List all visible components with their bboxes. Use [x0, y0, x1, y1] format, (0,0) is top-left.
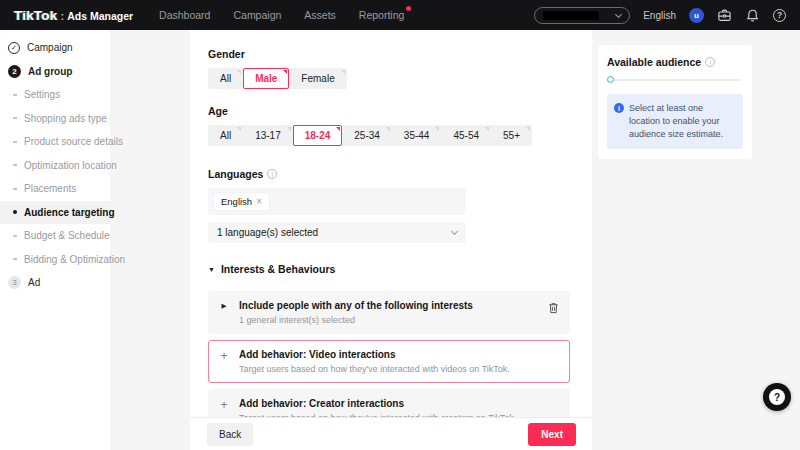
- bullet-icon: [13, 188, 17, 190]
- sidebar-item-budget-schedule[interactable]: Budget & Schedule: [0, 224, 110, 248]
- expand-card-control[interactable]: ▶: [209, 300, 239, 310]
- plus-icon: +: [209, 398, 239, 410]
- add-behavior-creator-card[interactable]: + Add behavior: Creator interactions Tar…: [208, 389, 570, 417]
- help-fab-button[interactable]: ?: [763, 383, 791, 411]
- info-icon[interactable]: i: [705, 57, 715, 67]
- languages-selected-dropdown[interactable]: 1 language(s) selected: [208, 222, 466, 243]
- sidebar-item-shopping-ads-type[interactable]: Shopping ads type: [0, 107, 110, 131]
- available-audience-card: Available audience i i Select at least o…: [598, 45, 752, 159]
- gauge-track: [610, 79, 741, 81]
- age-option-25-34[interactable]: 25-34: [342, 125, 392, 146]
- next-button[interactable]: Next: [528, 423, 576, 446]
- wizard-footer: Back Next: [190, 417, 592, 450]
- help-icon[interactable]: ?: [773, 9, 786, 22]
- panel-scroll-area[interactable]: Gender All Male Female Age All 13-17 18-…: [190, 30, 592, 417]
- gender-option-female[interactable]: Female: [289, 68, 346, 89]
- redacted-account-name: [543, 11, 599, 20]
- bullet-icon: [13, 141, 17, 143]
- bullet-icon: [13, 117, 17, 119]
- nav-campaign[interactable]: Campaign: [233, 9, 281, 21]
- age-label: Age: [208, 105, 570, 117]
- bullet-icon: [13, 164, 17, 166]
- audience-size-gauge: [607, 76, 743, 84]
- age-option-35-44[interactable]: 35-44: [392, 125, 442, 146]
- caret-down-icon: ▼: [208, 266, 215, 273]
- message-center-icon[interactable]: [717, 8, 732, 23]
- sidebar-item-ad[interactable]: 3 Ad: [0, 271, 110, 295]
- chevron-down-icon: [615, 10, 622, 17]
- audience-targeting-panel: Gender All Male Female Age All 13-17 18-…: [190, 30, 592, 450]
- age-option-18-24[interactable]: 18-24: [293, 125, 343, 146]
- step-number-badge: 2: [8, 65, 21, 78]
- info-message: Select at least one location to enable y…: [629, 102, 735, 141]
- remove-language-icon[interactable]: ×: [256, 196, 262, 207]
- age-option-all[interactable]: All: [208, 125, 243, 146]
- bullet-icon: [13, 235, 17, 237]
- chevron-down-icon: [451, 228, 458, 235]
- plus-icon: +: [209, 349, 239, 361]
- top-navigation: Dashboard Campaign Assets Reporting: [159, 9, 404, 21]
- language-switcher[interactable]: English: [643, 10, 676, 21]
- step-number-badge: 3: [8, 276, 21, 289]
- interests-behaviours-header[interactable]: ▼ Interests & Behaviours: [208, 263, 570, 275]
- bullet-icon: [13, 94, 17, 96]
- languages-tag-box[interactable]: English ×: [208, 188, 466, 215]
- card-subtitle: Target users based on how they've intera…: [239, 364, 559, 374]
- location-info-box: i Select at least one location to enable…: [607, 94, 743, 149]
- active-bullet-icon: [13, 210, 17, 214]
- available-audience-title: Available audience i: [607, 56, 743, 68]
- account-selector-dropdown[interactable]: [534, 7, 630, 24]
- interest-group-card[interactable]: ▶ Include people with any of the followi…: [208, 291, 570, 334]
- card-subtitle: 1 general interest(s) selected: [239, 315, 548, 325]
- caret-right-icon: ▶: [222, 302, 227, 310]
- age-segmented-control: All 13-17 18-24 25-34 35-44 45-54 55+: [208, 125, 532, 146]
- question-mark-icon: ?: [769, 389, 785, 405]
- nav-dashboard[interactable]: Dashboard: [159, 9, 210, 21]
- add-behavior-video-card[interactable]: + Add behavior: Video interactions Targe…: [208, 340, 570, 383]
- card-title: Include people with any of the following…: [239, 300, 548, 311]
- tiktok-wordmark: TikTok: [14, 8, 57, 23]
- gender-option-all[interactable]: All: [208, 68, 243, 89]
- sidebar-item-placements[interactable]: Placements: [0, 177, 110, 201]
- nav-assets[interactable]: Assets: [304, 9, 336, 21]
- gender-option-male[interactable]: Male: [243, 68, 289, 89]
- language-chip-english: English ×: [214, 193, 269, 210]
- age-option-13-17[interactable]: 13-17: [243, 125, 293, 146]
- sidebar-item-product-source-details[interactable]: Product source details: [0, 130, 110, 154]
- gender-segmented-control: All Male Female: [208, 68, 347, 89]
- age-option-45-54[interactable]: 45-54: [441, 125, 491, 146]
- age-option-55plus[interactable]: 55+: [491, 125, 532, 146]
- sidebar-item-settings[interactable]: Settings: [0, 83, 110, 107]
- gender-label: Gender: [208, 48, 570, 60]
- topbar-right-cluster: English u ?: [534, 7, 786, 24]
- bell-icon[interactable]: [745, 8, 760, 23]
- sidebar-item-campaign[interactable]: ✓ Campaign: [0, 36, 110, 60]
- user-avatar[interactable]: u: [689, 8, 704, 23]
- top-bar: TikTok : Ads Manager Dashboard Campaign …: [0, 0, 800, 30]
- card-title: Add behavior: Video interactions: [239, 349, 559, 360]
- product-name: Ads Manager: [67, 10, 133, 22]
- sidebar-item-ad-group[interactable]: 2 Ad group: [0, 60, 110, 84]
- sidebar-item-optimization-location[interactable]: Optimization location: [0, 154, 110, 178]
- card-title: Add behavior: Creator interactions: [239, 398, 559, 409]
- info-filled-icon: i: [614, 103, 624, 113]
- reporting-notification-dot: [406, 6, 411, 11]
- back-button[interactable]: Back: [207, 423, 253, 446]
- creation-steps-sidebar: ✓ Campaign 2 Ad group Settings Shopping …: [0, 30, 110, 450]
- nav-reporting[interactable]: Reporting: [359, 9, 405, 21]
- sidebar-item-audience-targeting[interactable]: Audience targeting: [0, 201, 110, 225]
- gauge-knob: [607, 76, 614, 83]
- info-icon[interactable]: i: [267, 169, 277, 179]
- sidebar-item-bidding-optimization[interactable]: Bidding & Optimization: [0, 248, 110, 272]
- trash-icon[interactable]: [548, 300, 559, 314]
- languages-label: Languages i: [208, 168, 570, 180]
- check-icon: ✓: [8, 42, 20, 54]
- tiktok-ads-manager-logo[interactable]: TikTok : Ads Manager: [14, 8, 133, 23]
- logo-separator: :: [60, 10, 64, 22]
- bullet-icon: [13, 258, 17, 260]
